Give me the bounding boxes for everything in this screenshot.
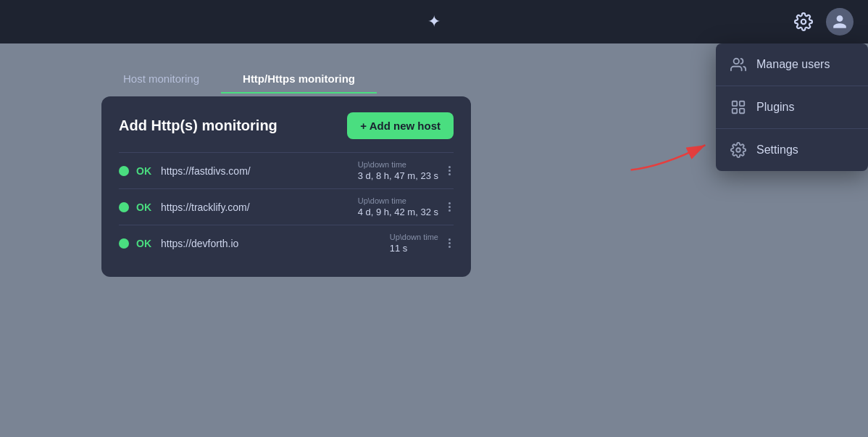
add-new-host-button[interactable]: + Add new host <box>347 112 454 139</box>
stat-value-1: 3 d, 8 h, 47 m, 23 s <box>358 170 438 181</box>
avatar-btn[interactable] <box>826 8 854 36</box>
status-dot-3 <box>119 238 129 249</box>
svg-point-6 <box>736 148 740 152</box>
host-stats-1: Up\down time 3 d, 8 h, 47 m, 23 s <box>358 160 438 181</box>
more-button-1[interactable] <box>446 166 454 175</box>
host-stats-2: Up\down time 4 d, 9 h, 42 m, 32 s <box>358 196 438 217</box>
svg-rect-3 <box>740 101 744 106</box>
tab-http-monitoring[interactable]: Http/Https monitoring <box>221 65 377 93</box>
menu-item-manage-users[interactable]: Manage users <box>716 43 868 86</box>
more-button-2[interactable] <box>446 202 454 212</box>
card-title: Add Http(s) monitoring <box>119 117 277 134</box>
topbar-center: ✦ <box>427 12 441 31</box>
settings-label: Settings <box>756 143 798 157</box>
card-header: Add Http(s) monitoring + Add new host <box>119 112 454 139</box>
dropdown-menu: Manage users Plugins Settings <box>716 43 868 171</box>
svg-point-1 <box>734 59 739 64</box>
menu-item-plugins[interactable]: Plugins <box>716 86 868 129</box>
host-stats-3: Up\down time 11 s <box>390 233 438 254</box>
stat-label-1: Up\down time <box>358 160 406 169</box>
monitoring-card: Add Http(s) monitoring + Add new host OK… <box>101 96 471 277</box>
status-ok-2: OK <box>136 201 154 213</box>
svg-rect-4 <box>733 109 737 113</box>
more-button-3[interactable] <box>446 238 454 248</box>
gear-icon <box>794 12 813 31</box>
users-icon <box>730 57 746 72</box>
grid-icon <box>730 99 746 115</box>
plugins-label: Plugins <box>756 101 794 114</box>
stat-label-3: Up\down time <box>390 233 438 241</box>
host-row-2: OK https://tracklify.com/ Up\down time 4… <box>119 188 454 225</box>
svg-point-0 <box>801 20 806 25</box>
settings-icon-btn[interactable] <box>790 8 817 36</box>
status-dot-1 <box>119 166 129 176</box>
topbar: ✦ <box>0 0 868 43</box>
svg-rect-2 <box>733 101 737 106</box>
svg-rect-5 <box>740 109 744 113</box>
topbar-right <box>790 8 854 36</box>
status-ok-3: OK <box>136 238 154 249</box>
settings-icon <box>730 142 746 158</box>
manage-users-label: Manage users <box>756 58 830 71</box>
host-url-3: https://devforth.io <box>161 238 383 249</box>
sun-icon: ✦ <box>427 12 441 31</box>
stat-value-2: 4 d, 9 h, 42 m, 32 s <box>358 207 438 217</box>
stat-value-3: 11 s <box>390 243 408 254</box>
host-url-2: https://tracklify.com/ <box>161 201 351 213</box>
status-ok-1: OK <box>136 165 154 177</box>
host-row-1: OK https://fastdivs.com/ Up\down time 3 … <box>119 152 454 188</box>
avatar-icon <box>832 14 848 30</box>
status-dot-2 <box>119 202 129 212</box>
host-url-1: https://fastdivs.com/ <box>161 165 351 177</box>
tab-host-monitoring[interactable]: Host monitoring <box>101 65 221 93</box>
stat-label-2: Up\down time <box>358 196 406 205</box>
menu-item-settings[interactable]: Settings <box>716 129 868 171</box>
host-row-3: OK https://devforth.io Up\down time 11 s <box>119 225 454 261</box>
